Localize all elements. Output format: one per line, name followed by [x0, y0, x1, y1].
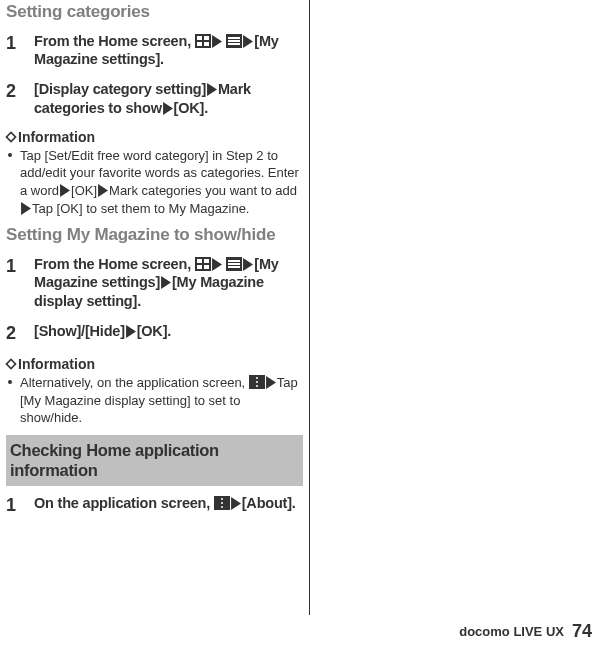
information-heading: Information — [6, 129, 303, 145]
bullet-body: Tap [Set/Edit free word category] in Ste… — [20, 147, 303, 217]
step-text: On the application screen, — [34, 495, 214, 511]
step-row: 1 On the application screen, ▶[About]. — [6, 494, 303, 517]
arrow-icon: ▶ — [243, 253, 253, 274]
step-number: 1 — [6, 255, 34, 310]
overflow-icon — [214, 496, 230, 510]
arrow-icon: ▶ — [21, 196, 31, 219]
arrow-icon: ▶ — [212, 30, 222, 51]
step-row: 1 From the Home screen, ▶ ▶[My Magazine … — [6, 32, 303, 68]
bullet-body: Alternatively, on the application screen… — [20, 374, 303, 427]
diamond-icon — [5, 359, 16, 370]
step-number: 2 — [6, 322, 34, 345]
info-text: Tap [OK] to set them to My Magazine. — [32, 201, 249, 216]
bullet-icon — [6, 374, 20, 427]
step-number: 1 — [6, 32, 34, 68]
arrow-icon: ▶ — [163, 97, 173, 118]
info-text: Alternatively, on the application screen… — [20, 375, 249, 390]
arrow-icon: ▶ — [212, 253, 222, 274]
arrow-icon: ▶ — [207, 79, 217, 100]
bullet-icon — [6, 147, 20, 217]
info-text: Mark categories you want to add — [109, 183, 297, 198]
step-row: 2 [Show]/[Hide]▶[OK]. — [6, 322, 303, 345]
page-footer: docomo LIVE UX 74 — [459, 621, 592, 642]
menu-icon — [226, 257, 242, 271]
step-row: 1 From the Home screen, ▶ ▶[My Magazine … — [6, 255, 303, 310]
step-text: [Show]/[Hide] — [34, 323, 125, 339]
block-heading: Checking Home application information — [6, 435, 303, 487]
step-text: [OK]. — [174, 100, 208, 116]
arrow-icon: ▶ — [98, 178, 108, 201]
step-body: From the Home screen, ▶ ▶[My Magazine se… — [34, 32, 303, 68]
step-text: [About]. — [242, 495, 296, 511]
step-body: [Show]/[Hide]▶[OK]. — [34, 322, 303, 345]
info-bullet: Alternatively, on the application screen… — [6, 374, 303, 427]
footer-label: docomo LIVE UX — [459, 624, 564, 639]
arrow-icon: ▶ — [161, 272, 171, 293]
section-title: Setting categories — [6, 2, 303, 22]
home-grid-icon — [195, 257, 211, 271]
step-text: From the Home screen, — [34, 33, 195, 49]
information-heading: Information — [6, 356, 303, 372]
info-text: [OK] — [71, 183, 97, 198]
menu-icon — [226, 34, 242, 48]
step-text: From the Home screen, — [34, 256, 195, 272]
step-number: 1 — [6, 494, 34, 517]
info-label: Information — [18, 129, 95, 145]
diamond-icon — [5, 131, 16, 142]
arrow-icon: ▶ — [243, 30, 253, 51]
home-grid-icon — [195, 34, 211, 48]
step-row: 2 [Display category setting]▶Mark catego… — [6, 80, 303, 117]
step-body: [Display category setting]▶Mark categori… — [34, 80, 303, 117]
arrow-icon: ▶ — [126, 320, 136, 341]
step-body: On the application screen, ▶[About]. — [34, 494, 303, 517]
step-body: From the Home screen, ▶ ▶[My Magazine se… — [34, 255, 303, 310]
step-number: 2 — [6, 80, 34, 117]
overflow-icon — [249, 375, 265, 389]
step-text: Display category setting] — [39, 81, 206, 97]
step-text: [OK]. — [137, 323, 171, 339]
arrow-icon: ▶ — [231, 493, 241, 514]
arrow-icon: ▶ — [60, 178, 70, 201]
info-bullet: Tap [Set/Edit free word category] in Ste… — [6, 147, 303, 217]
page-number: 74 — [572, 621, 592, 642]
content-column: Setting categories 1 From the Home scree… — [6, 0, 310, 615]
section-title: Setting My Magazine to show/hide — [6, 225, 303, 245]
arrow-icon: ▶ — [266, 370, 276, 393]
info-label: Information — [18, 356, 95, 372]
